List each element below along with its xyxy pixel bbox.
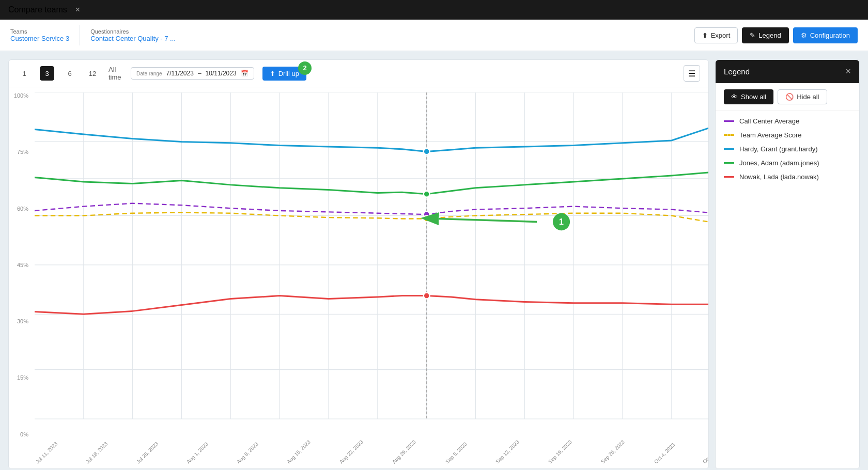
drill-badge: 2	[298, 61, 312, 75]
team-label: Teams	[10, 28, 69, 35]
period-12-button[interactable]: 12	[85, 66, 100, 81]
x-axis: Jul 11, 2023 Jul 18, 2023 Jul 25, 2023 A…	[35, 461, 708, 466]
legend-color-hardy	[724, 148, 734, 150]
date-range-picker[interactable]: Date range 7/11/2023 – 10/11/2023 📅	[131, 67, 254, 80]
svg-point-25	[424, 216, 430, 222]
team-selector[interactable]: Teams Customer Service 3	[10, 28, 69, 42]
legend-header: Legend ×	[716, 60, 859, 83]
config-icon: ⚙	[801, 32, 807, 39]
legend-panel: Legend × 👁 Show all 🚫 Hide all Call Cent…	[715, 59, 860, 469]
show-all-button[interactable]: 👁 Show all	[724, 89, 773, 104]
svg-point-23	[424, 191, 430, 197]
period-1-button[interactable]: 1	[17, 66, 32, 81]
export-button[interactable]: ⬆ Export	[694, 27, 738, 43]
legend-close-button[interactable]: ×	[845, 66, 851, 77]
legend-items-list: Call Center Average Team Average Score H…	[716, 111, 859, 187]
legend-title: Legend	[724, 67, 750, 76]
line-chart: 1	[35, 92, 708, 437]
list-item: Hardy, Grant (grant.hardy)	[724, 145, 851, 153]
legend-button[interactable]: ✎ Legend	[742, 27, 788, 43]
hide-all-button[interactable]: 🚫 Hide all	[778, 89, 827, 104]
legend-label-nowak: Nowak, Lada (lada.nowak)	[739, 173, 819, 181]
questionnaire-selector[interactable]: Questionnaires Contact Center Quality - …	[90, 28, 176, 42]
date-range-label: Date range	[136, 71, 162, 76]
calendar-icon: 📅	[241, 70, 249, 77]
svg-point-22	[424, 149, 430, 155]
legend-icon: ✎	[750, 32, 755, 39]
svg-text:1: 1	[559, 217, 564, 227]
upload-icon: ⬆	[702, 32, 708, 39]
configuration-button[interactable]: ⚙ Configuration	[793, 27, 858, 43]
eye-icon: 👁	[731, 93, 738, 101]
y-axis: 100% 75% 60% 45% 30% 15% 0%	[9, 92, 32, 437]
team-value: Customer Service 3	[10, 35, 69, 42]
period-3-button[interactable]: 3	[40, 66, 54, 81]
legend-label-team-avg: Team Average Score	[739, 131, 801, 139]
date-from: 7/11/2023	[166, 70, 193, 77]
questionnaire-value: Contact Center Quality - 7 ...	[90, 35, 176, 42]
period-6-button[interactable]: 6	[63, 66, 77, 81]
legend-color-nowak	[724, 176, 734, 178]
legend-color-call-center	[724, 120, 734, 122]
list-item: Jones, Adam (adam.jones)	[724, 159, 851, 167]
list-icon: ☰	[688, 69, 695, 79]
period-alltime-button[interactable]: All time	[108, 66, 122, 81]
questionnaire-label: Questionnaires	[90, 28, 176, 35]
drill-icon: ⬆	[270, 70, 275, 77]
date-to: 10/11/2023	[206, 70, 237, 77]
legend-label-jones: Jones, Adam (adam.jones)	[739, 159, 819, 167]
legend-label-hardy: Hardy, Grant (grant.hardy)	[739, 145, 817, 153]
divider	[80, 25, 80, 45]
close-icon[interactable]: ×	[75, 5, 80, 14]
eye-off-icon: 🚫	[785, 93, 794, 101]
legend-color-team-avg	[724, 134, 734, 136]
list-item: Call Center Average	[724, 117, 851, 125]
svg-point-26	[424, 293, 430, 299]
svg-line-28	[439, 218, 537, 222]
chart-area: 100% 75% 60% 45% 30% 15% 0%	[9, 87, 708, 468]
date-separator: –	[198, 70, 202, 77]
page-title: Compare teams	[8, 5, 67, 14]
list-view-button[interactable]: ☰	[684, 65, 700, 82]
legend-color-jones	[724, 162, 734, 164]
legend-actions: 👁 Show all 🚫 Hide all	[716, 83, 859, 111]
legend-label-call-center: Call Center Average	[739, 117, 799, 125]
list-item: Team Average Score	[724, 131, 851, 139]
list-item: Nowak, Lada (lada.nowak)	[724, 173, 851, 181]
